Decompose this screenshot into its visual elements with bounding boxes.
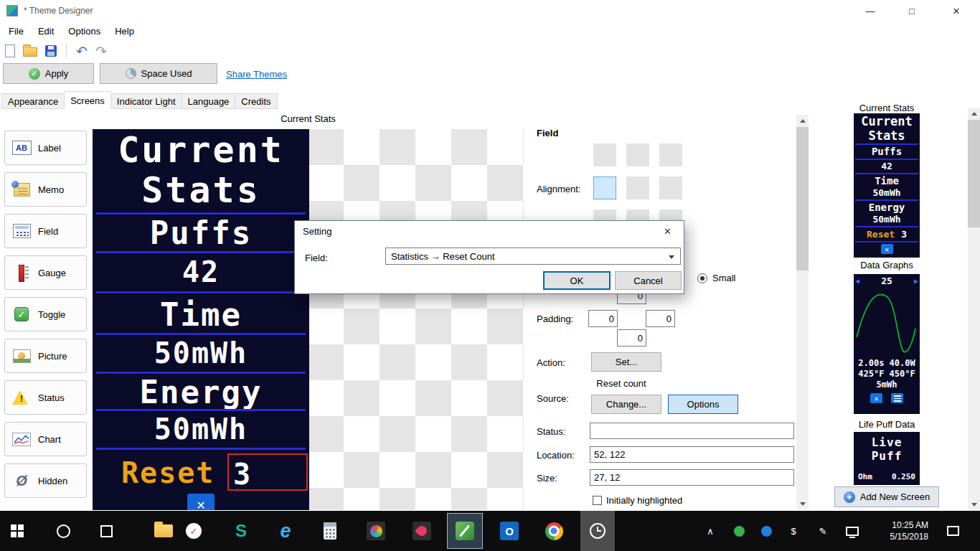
- chrome-button[interactable]: [537, 514, 571, 548]
- screen-title-line2[interactable]: Stats: [93, 171, 309, 210]
- cancel-button[interactable]: Cancel: [615, 271, 682, 290]
- tool-memo-button[interactable]: Memo: [4, 172, 87, 207]
- tab-indicator-light[interactable]: Indicator Light: [110, 93, 182, 109]
- status-input[interactable]: [590, 423, 794, 439]
- action-center-button[interactable]: [937, 514, 969, 548]
- field-puffs-label[interactable]: Puffs: [93, 216, 309, 250]
- alignment-top-center-button[interactable]: [626, 143, 649, 166]
- properties-scrollbar[interactable]: [796, 115, 809, 510]
- tool-field-button[interactable]: Field: [4, 214, 87, 248]
- share-themes-link[interactable]: Share Themes: [226, 69, 287, 80]
- color-wheel-app-button[interactable]: [359, 514, 393, 548]
- tab-appearance[interactable]: Appearance: [1, 93, 65, 109]
- clock-app-button[interactable]: [580, 511, 615, 551]
- tray-expand-button[interactable]: ∧: [700, 514, 720, 548]
- size-input[interactable]: [590, 469, 794, 486]
- selected-field-outline[interactable]: 3: [227, 453, 308, 491]
- scrollbar-thumb[interactable]: [968, 120, 980, 227]
- maximize-button[interactable]: □: [891, 0, 933, 22]
- device-screen-preview[interactable]: Current Stats Puffs 42 Time 50mWh Energy…: [93, 129, 309, 510]
- add-new-screen-button[interactable]: + Add New Screen: [834, 486, 939, 507]
- alignment-middle-right-button[interactable]: [659, 176, 682, 199]
- size-small-radio[interactable]: [697, 273, 707, 283]
- tool-status-button[interactable]: ! Status: [4, 380, 87, 415]
- scroll-down-icon[interactable]: [968, 499, 980, 511]
- menu-file[interactable]: File: [1, 23, 31, 39]
- padding-right-input[interactable]: [646, 310, 675, 327]
- screen-thumbnail-current-stats[interactable]: Current Stats Puffs 42 Time 50mWh Energy…: [854, 113, 920, 258]
- field-select-dropdown[interactable]: Statistics → Reset Count: [385, 248, 681, 265]
- alignment-middle-center-button[interactable]: [626, 176, 649, 199]
- taskbar-clock[interactable]: 10:25 AM 5/15/2018: [867, 511, 928, 551]
- menu-help[interactable]: Help: [108, 23, 141, 39]
- reset-label[interactable]: Reset: [121, 456, 215, 489]
- tab-credits[interactable]: Credits: [235, 93, 277, 109]
- scroll-down-icon[interactable]: [796, 498, 809, 510]
- internet-explorer-button[interactable]: e: [268, 514, 303, 548]
- tab-language[interactable]: Language: [182, 93, 236, 109]
- tray-blue-icon[interactable]: [755, 514, 778, 548]
- design-canvas[interactable]: Current Stats Puffs 42 Time 50mWh Energy…: [93, 129, 524, 510]
- left-arrow-icon: ◀: [855, 276, 859, 286]
- scrollbar-thumb[interactable]: [796, 127, 809, 270]
- field-time-value[interactable]: 50mWh: [93, 337, 309, 369]
- dialog-close-icon[interactable]: ✕: [651, 221, 684, 241]
- calculator-button[interactable]: [313, 514, 347, 548]
- tray-display-icon[interactable]: [839, 514, 865, 548]
- close-button[interactable]: ✕: [933, 0, 980, 22]
- screenshot-app-button[interactable]: [448, 514, 482, 548]
- open-file-icon[interactable]: [23, 47, 37, 57]
- initially-highlighted-checkbox[interactable]: [593, 496, 602, 505]
- tray-pen-icon[interactable]: ✎: [811, 514, 835, 548]
- redo-icon[interactable]: ↷: [95, 44, 107, 58]
- screen-title-line1[interactable]: Current: [93, 131, 309, 170]
- red-app-button[interactable]: [405, 514, 439, 548]
- minimize-button[interactable]: —: [849, 0, 891, 22]
- tab-screens[interactable]: Screens: [64, 91, 111, 109]
- start-button[interactable]: [0, 514, 34, 548]
- screen-thumbnail-data-graphs[interactable]: ◀ 25 ▶ 2.00s 40.0W 425°F 450°F 5mWh ✕: [854, 274, 920, 414]
- file-explorer-button[interactable]: [146, 514, 181, 548]
- field-energy-label[interactable]: Energy: [93, 375, 309, 410]
- source-options-button[interactable]: Options: [668, 395, 738, 414]
- padding-bottom-input[interactable]: [617, 329, 646, 347]
- alignment-top-right-button[interactable]: [659, 143, 682, 166]
- tool-chart-button[interactable]: Chart: [4, 422, 87, 456]
- scroll-up-icon[interactable]: [796, 115, 809, 127]
- tool-toggle-button[interactable]: ✓ Toggle: [4, 297, 87, 331]
- tool-hidden-button[interactable]: Ø Hidden: [4, 463, 87, 498]
- padding-left-input[interactable]: [588, 310, 618, 327]
- save-icon[interactable]: [45, 45, 57, 57]
- undo-icon[interactable]: ↶: [76, 44, 88, 58]
- space-used-button[interactable]: Space Used: [100, 63, 217, 84]
- apply-button[interactable]: ✓ Apply: [3, 63, 94, 84]
- ok-button[interactable]: OK: [543, 271, 611, 290]
- sidebar-scrollbar[interactable]: [968, 108, 980, 511]
- tool-picture-button[interactable]: Picture: [4, 339, 87, 373]
- tool-label-button[interactable]: AB Label: [4, 131, 87, 165]
- title-bar[interactable]: * Theme Designer — □ ✕: [0, 0, 980, 22]
- s-app-button[interactable]: S: [224, 514, 258, 548]
- tool-gauge-button[interactable]: Gauge: [4, 255, 87, 290]
- change-source-button[interactable]: Change...: [591, 395, 661, 414]
- tray-green-icon[interactable]: [727, 514, 750, 548]
- field-puffs-value[interactable]: 42: [93, 256, 309, 288]
- check-app-button[interactable]: ✓: [176, 514, 211, 548]
- outlook-button[interactable]: O: [492, 514, 527, 548]
- dialog-title[interactable]: Setting: [303, 226, 331, 237]
- cortana-search-button[interactable]: [46, 514, 80, 548]
- exit-x-icon[interactable]: ✕: [187, 494, 215, 510]
- location-input[interactable]: [590, 446, 794, 463]
- screen-thumbnail-life-puff-data[interactable]: Live Puff Ohm 0.250: [854, 432, 920, 485]
- tray-currency-icon[interactable]: $: [782, 514, 805, 548]
- field-energy-value[interactable]: 50mWh: [93, 413, 309, 445]
- alignment-top-left-button[interactable]: [593, 143, 616, 166]
- field-time-label[interactable]: Time: [93, 298, 309, 332]
- new-file-icon[interactable]: [5, 44, 15, 57]
- scroll-up-icon[interactable]: [968, 108, 980, 120]
- menu-options[interactable]: Options: [61, 23, 108, 39]
- task-view-button[interactable]: [89, 514, 123, 548]
- alignment-middle-left-button[interactable]: [593, 176, 616, 199]
- set-action-button[interactable]: Set...: [591, 352, 661, 372]
- menu-edit[interactable]: Edit: [31, 23, 61, 39]
